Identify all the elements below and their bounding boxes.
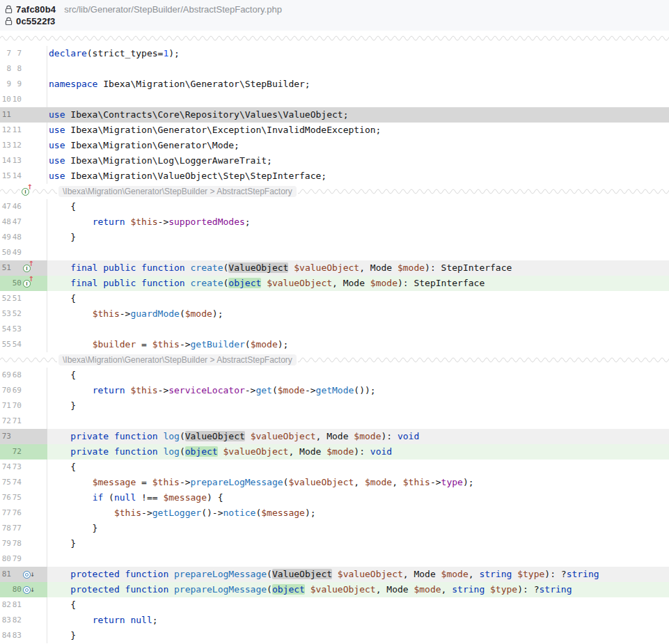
- line-number-new: 75: [12, 490, 22, 505]
- code-token: $mode: [398, 262, 425, 273]
- code-token: null: [130, 615, 152, 625]
- code-line[interactable]: [47, 245, 669, 260]
- line-number-old: 14: [1, 153, 11, 168]
- code-line[interactable]: }: [47, 521, 669, 536]
- line-number-old: 50: [1, 245, 11, 260]
- code-line[interactable]: use Ibexa\Contracts\Core\Repository\Valu…: [47, 107, 669, 123]
- code-line[interactable]: use Ibexa\Migration\Generator\Exception\…: [47, 123, 669, 138]
- code-line[interactable]: {: [47, 291, 669, 306]
- overridden-icon[interactable]: ↓: [23, 585, 33, 595]
- code-line[interactable]: protected function prepareLogMessage(Val…: [47, 567, 669, 582]
- code-token: [120, 584, 125, 595]
- diff-row: 72 private function log(object $valueObj…: [0, 444, 669, 460]
- code-token: $mode: [441, 569, 469, 579]
- code-line[interactable]: declare(strict_types=1);: [47, 46, 669, 61]
- diff-row: 50I↑ final public function create(object…: [0, 276, 669, 291]
- code-token: $valueObject: [338, 569, 403, 579]
- overridden-icon[interactable]: ↓: [23, 570, 33, 579]
- code-token: }: [49, 400, 76, 411]
- line-number-old: 11: [1, 107, 11, 123]
- code-line[interactable]: {: [47, 597, 669, 613]
- code-token: ;: [152, 615, 158, 625]
- code-token: object: [228, 278, 261, 288]
- code-token: prepareLogMessage: [191, 477, 283, 487]
- code-line[interactable]: $message = $this->prepareLogMessage($val…: [47, 475, 669, 490]
- line-number-old: 15: [1, 168, 11, 184]
- diff-row: 80↓ protected function prepareLogMessage…: [0, 582, 669, 597]
- line-number-new: 69: [12, 383, 22, 398]
- code-token: log: [163, 431, 179, 441]
- code-token: Ibexa\Migration\Generator\Exception\Inva…: [65, 125, 381, 135]
- code-token: ): ?: [517, 584, 539, 595]
- code-line[interactable]: $builder = $this->getBuilder($mode);: [47, 337, 669, 352]
- code-token: final: [70, 262, 97, 273]
- code-token: [49, 278, 70, 288]
- code-token: type: [441, 477, 463, 487]
- implements-icon[interactable]: I↑: [22, 187, 31, 196]
- code-token: {: [49, 293, 76, 304]
- line-number-new: 12: [12, 138, 22, 153]
- diff-row: 6968 {: [0, 368, 669, 383]
- code-line[interactable]: return null;: [47, 613, 669, 628]
- line-number-new: 83: [12, 628, 22, 643]
- code-line[interactable]: {: [47, 199, 669, 214]
- diff-row: 5352 $this->guardMode($mode);: [0, 306, 669, 322]
- implements-icon[interactable]: I↑: [23, 278, 33, 288]
- code-token: $mode: [278, 385, 305, 395]
- code-line[interactable]: {: [47, 460, 669, 475]
- commit-hash-right: 0c5522f3: [16, 16, 56, 26]
- file-path: src/lib/Generator/StepBuilder/AbstractSt…: [64, 4, 282, 15]
- code-line[interactable]: return $this->supportedModes;: [47, 214, 669, 230]
- code-line[interactable]: final public function create(object $val…: [47, 276, 669, 291]
- code-line[interactable]: use Ibexa\Migration\Generator\Mode;: [47, 138, 669, 153]
- code-line[interactable]: return $this->serviceLocator->get($mode-…: [47, 383, 669, 398]
- code-token: [49, 446, 70, 457]
- code-line[interactable]: }: [47, 230, 669, 245]
- code-token: Ibexa\Migration\Generator\StepBuilder;: [97, 79, 310, 89]
- code-line[interactable]: final public function create(ValueObject…: [47, 260, 669, 276]
- code-token: ->: [141, 508, 152, 518]
- collapsed-region-breadcrumb[interactable]: \Ibexa\Migration\Generator\StepBuilder >…: [58, 354, 297, 366]
- code-line[interactable]: }: [47, 398, 669, 414]
- code-line[interactable]: }: [47, 536, 669, 551]
- code-line[interactable]: [47, 92, 669, 107]
- code-line[interactable]: [47, 322, 669, 337]
- implements-icon[interactable]: I↑: [23, 263, 33, 273]
- code-line[interactable]: protected function prepareLogMessage(obj…: [47, 582, 669, 597]
- gutter: 1514: [0, 168, 47, 184]
- code-line[interactable]: [47, 551, 669, 567]
- code-token: $this: [130, 385, 157, 395]
- line-number-new: 49: [12, 245, 22, 260]
- diff-row: 8382 return null;: [0, 613, 669, 628]
- code-line[interactable]: namespace Ibexa\Migration\Generator\Step…: [47, 77, 669, 92]
- gutter: 5049: [0, 245, 47, 260]
- gutter: 88: [0, 61, 47, 77]
- collapsed-region-separator: I↑\Ibexa\Migration\Generator\StepBuilder…: [0, 184, 669, 199]
- gutter: 5453: [0, 322, 47, 337]
- code-line[interactable]: if (null !== $message) {: [47, 490, 669, 505]
- gutter: 51I↑: [0, 260, 47, 276]
- collapsed-region-breadcrumb[interactable]: \Ibexa\Migration\Generator\StepBuilder >…: [58, 186, 297, 197]
- code-token: [305, 584, 310, 595]
- code-token: notice: [223, 508, 255, 518]
- code-line[interactable]: use Ibexa\Migration\ValueObject\Step\Ste…: [47, 168, 669, 184]
- code-token: ->: [430, 477, 441, 487]
- code-token: $type: [517, 569, 544, 579]
- code-line[interactable]: [47, 414, 669, 429]
- code-token: ()->: [201, 508, 223, 518]
- code-line[interactable]: use Ibexa\Migration\Log\LoggerAwareTrait…: [47, 153, 669, 168]
- code-token: );: [278, 339, 289, 350]
- code-line[interactable]: {: [47, 368, 669, 383]
- code-token: ): StepInterface: [398, 278, 485, 288]
- code-token: protected: [70, 584, 119, 595]
- code-line[interactable]: private function log(ValueObject $valueO…: [47, 429, 669, 444]
- code-line[interactable]: }: [47, 628, 669, 643]
- code-token: (: [180, 431, 185, 441]
- code-line[interactable]: $this->getLogger()->notice($message);: [47, 505, 669, 521]
- code-line[interactable]: [47, 61, 669, 77]
- line-number-new: 79: [12, 551, 22, 567]
- code-line[interactable]: $this->guardMode($mode);: [47, 306, 669, 322]
- code-token: );: [168, 48, 180, 58]
- code-line[interactable]: private function log(object $valueObject…: [47, 444, 669, 460]
- code-token: $message: [163, 492, 207, 503]
